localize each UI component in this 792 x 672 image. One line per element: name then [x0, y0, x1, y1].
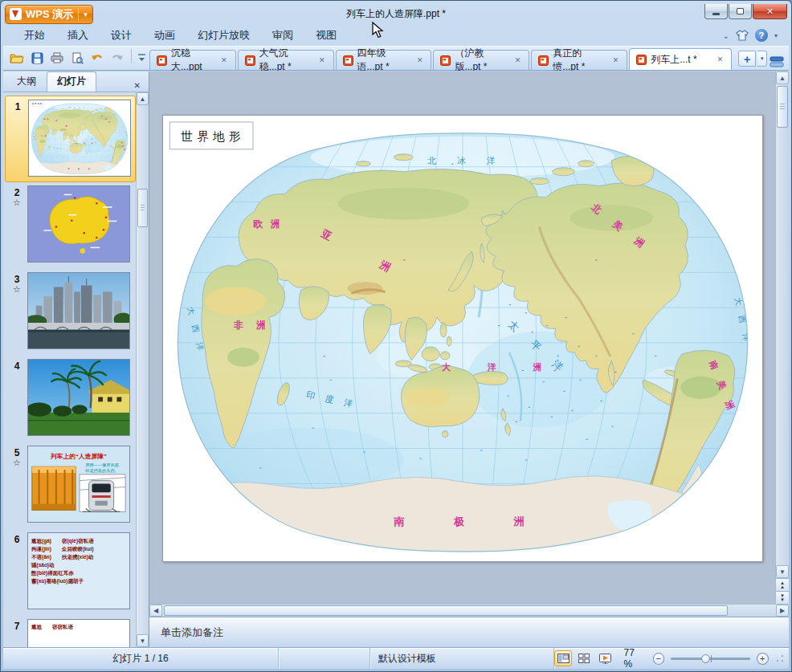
skin-theme-icon[interactable]	[736, 30, 749, 41]
scroll-right-icon[interactable]: ▶	[776, 605, 789, 617]
doc-tab-5[interactable]: 真正的愤...pt *	[531, 50, 627, 70]
open-folder-icon[interactable]	[8, 49, 26, 67]
print-preview-icon[interactable]	[68, 49, 86, 67]
menu-slideshow[interactable]: 幻灯片放映	[190, 26, 258, 45]
thumbnail-list[interactable]: 1 2	[3, 92, 136, 647]
toolbar-tab-row: 沉稳大...ppt 大气沉稳...pt * 四年级语...pt * （沪教版..…	[3, 46, 789, 71]
previous-slide-button[interactable]: ▲▲	[776, 578, 789, 591]
animation-star-icon	[13, 198, 21, 206]
slideshow-view-button[interactable]	[597, 650, 614, 666]
slide-thumb-row-4[interactable]: 4	[5, 356, 136, 442]
slide-thumb-row-7[interactable]: 7 尴尬 窃窃私语	[5, 616, 136, 647]
help-caret-icon[interactable]: ▾	[774, 32, 778, 39]
slide-thumb-row-1[interactable]: 1	[5, 96, 136, 182]
zoom-in-button[interactable]: +	[757, 653, 768, 665]
thumb5-corridor-image	[32, 466, 76, 510]
tab-close-icon[interactable]	[317, 55, 327, 65]
zoom-out-button[interactable]: −	[653, 653, 664, 665]
doc-tab-1[interactable]: 沉稳大...ppt	[149, 50, 236, 70]
zoom-level: 77 %	[624, 647, 645, 670]
undo-icon[interactable]	[88, 49, 106, 67]
slide-7-thumbnail-vocab-partial[interactable]: 尴尬 窃窃私语	[27, 619, 130, 647]
notes-placeholder[interactable]: 单击添加备注	[161, 625, 223, 640]
tab-close-icon[interactable]	[513, 55, 523, 65]
slide-thumb-row-3[interactable]: 3	[5, 269, 136, 356]
titlebar[interactable]: 列车上的人造屏障.ppt * WPS 演示 ▾ ✕	[3, 3, 789, 25]
slide-6-thumbnail-vocab[interactable]: 尴尬(gà) 窃(qiè)窃私语 拘谨(jǐn) 众目睽睽(kuí) 不谙(ān…	[27, 532, 130, 609]
restore-button[interactable]	[729, 4, 752, 19]
normal-view-button[interactable]	[554, 650, 572, 666]
notes-pane[interactable]: 单击添加备注	[149, 617, 789, 647]
menu-home[interactable]: 开始	[16, 26, 53, 45]
new-tab-button[interactable]	[738, 51, 756, 67]
toolbar-options-icon[interactable]	[137, 49, 146, 67]
tab-close-icon[interactable]	[415, 55, 425, 65]
tab-close-icon[interactable]	[716, 55, 725, 64]
switch-windows-icon[interactable]	[767, 54, 786, 70]
scroll-up-icon[interactable]: ▲	[776, 71, 789, 84]
ppt-doc-icon	[245, 55, 255, 66]
menu-animation[interactable]: 动画	[146, 26, 183, 45]
tab-outline[interactable]: 大纲	[6, 71, 47, 92]
horizontal-scrollbar-thumb[interactable]	[164, 605, 728, 616]
doc-tab-3[interactable]: 四年级语...pt *	[336, 50, 432, 70]
horizontal-scrollbar[interactable]: ◀ ▶	[149, 604, 789, 617]
collapse-ribbon-icon[interactable]: ⌄	[723, 31, 729, 40]
current-slide[interactable]	[162, 115, 763, 562]
vocab-line: 拘谨(jǐn) 众目睽睽(kuí)	[31, 545, 126, 553]
status-right-controls: 77 % − +	[554, 647, 789, 670]
slide-canvas[interactable]: ▲ ▼ ▲▲ ▼▼	[149, 71, 789, 604]
slide-3-thumbnail-city-photo[interactable]	[27, 272, 130, 349]
scroll-down-icon[interactable]: ▼	[776, 565, 789, 578]
slide-2-thumbnail-australia-map[interactable]	[27, 185, 130, 263]
panel-close-icon[interactable]	[129, 79, 145, 92]
panel-scroll-down-icon[interactable]: ▼	[137, 634, 149, 647]
slide-sorter-view-button[interactable]	[575, 650, 593, 666]
new-tab-caret-icon[interactable]	[757, 51, 767, 67]
panel-scrollbar[interactable]: ▲ ▼	[136, 92, 149, 647]
tab-close-icon[interactable]	[219, 55, 229, 65]
vocab-line: 骚(sāo)动	[31, 561, 126, 569]
zoom-slider-thumb[interactable]	[701, 654, 710, 663]
panel-scrollbar-thumb[interactable]	[137, 189, 148, 227]
minimize-button[interactable]	[704, 4, 728, 19]
resize-grip[interactable]	[775, 654, 784, 663]
menu-design[interactable]: 设计	[103, 26, 140, 45]
app-menu-caret-icon[interactable]: ▾	[84, 10, 88, 18]
slide-thumb-row-6[interactable]: 6 尴尬(gà) 窃(qiè)窃私语 拘谨(jǐn) 众目睽睽(kuí) 不谙(…	[5, 529, 136, 616]
save-icon[interactable]	[28, 49, 46, 67]
wps-app-button[interactable]: WPS 演示 ▾	[5, 5, 93, 24]
ppt-doc-icon	[538, 55, 549, 66]
status-bar: 幻灯片 1 / 16 默认设计模板 77 % − +	[3, 647, 789, 669]
menu-view[interactable]: 视图	[308, 26, 345, 45]
next-slide-button[interactable]: ▼▼	[776, 591, 789, 604]
vertical-scrollbar-thumb[interactable]	[777, 86, 788, 128]
print-icon[interactable]	[48, 49, 66, 67]
doc-tab-4[interactable]: （沪教版...pt *	[433, 50, 529, 70]
menu-review[interactable]: 审阅	[264, 26, 301, 45]
doc-tab-label: （沪教版...pt *	[455, 47, 508, 74]
slide-5-thumbnail-train-slide[interactable]: 列车上的“人造屏障” 屏障——像屏风那 样遮挡着的东西。	[27, 446, 130, 523]
slide-4-thumbnail-palms-photo[interactable]	[27, 359, 130, 436]
close-button[interactable]: ✕	[753, 4, 787, 19]
editor-area: ▲ ▼ ▲▲ ▼▼ ◀ ▶ 单击添加备注	[149, 71, 789, 647]
vocab-line: 不谙(ān) 扶老携(xié)幼	[31, 553, 126, 561]
window-title: 列车上的人造屏障.ppt *	[3, 7, 789, 21]
slide-thumb-row-2[interactable]: 2	[5, 182, 136, 269]
menu-insert[interactable]: 插入	[59, 26, 96, 45]
doc-tab-2[interactable]: 大气沉稳...pt *	[238, 50, 334, 70]
help-icon[interactable]: ?	[755, 29, 768, 42]
tab-close-icon[interactable]	[611, 55, 621, 65]
tab-slides[interactable]: 幻灯片	[47, 71, 96, 92]
thumb5-title: 列车上的“人造屏障”	[50, 453, 107, 460]
slide-1-thumbnail-world-map[interactable]	[28, 100, 131, 177]
animation-star-icon	[13, 285, 21, 293]
panel-scroll-up-icon[interactable]: ▲	[137, 92, 149, 105]
window-controls: ✕	[704, 4, 787, 19]
slide-thumb-row-5[interactable]: 5 列车上的“人造屏障” 屏障——像屏风那 样遮挡着的东西。	[5, 442, 136, 529]
zoom-slider[interactable]	[671, 658, 750, 660]
redo-icon[interactable]	[108, 49, 126, 67]
scroll-left-icon[interactable]: ◀	[149, 605, 162, 617]
vertical-scrollbar[interactable]: ▲ ▼ ▲▲ ▼▼	[775, 71, 789, 604]
doc-tab-active[interactable]: 列车上...t *	[629, 48, 732, 70]
